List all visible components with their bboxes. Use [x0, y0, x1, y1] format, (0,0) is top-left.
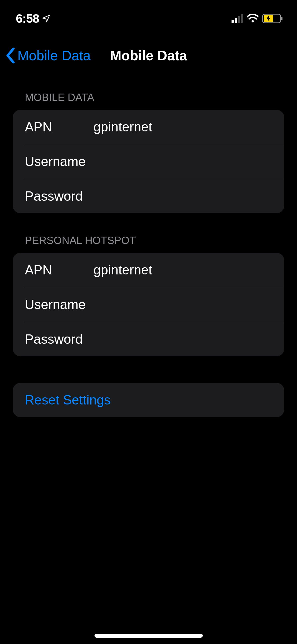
row-ph-username[interactable]: Username: [13, 287, 284, 322]
row-md-username[interactable]: Username: [13, 144, 284, 179]
nav-bar: Mobile Data Mobile Data: [0, 37, 297, 74]
password-field[interactable]: [93, 188, 272, 204]
back-button[interactable]: Mobile Data: [0, 48, 91, 63]
hotspot-username-field[interactable]: [93, 297, 272, 312]
battery-icon: [262, 14, 281, 23]
chevron-left-icon: [6, 48, 16, 63]
label-md-username: Username: [25, 154, 88, 169]
row-ph-password[interactable]: Password: [13, 322, 284, 356]
label-ph-apn: APN: [25, 262, 88, 278]
username-field[interactable]: [93, 154, 272, 169]
section-header-mobile-data: Mobile Data: [13, 74, 284, 110]
location-icon: [42, 14, 51, 23]
charging-bolt-icon: [266, 15, 271, 22]
cellular-signal-icon: [232, 14, 243, 23]
hotspot-apn-field[interactable]: [93, 262, 272, 278]
back-label: Mobile Data: [17, 48, 91, 63]
group-mobile-data: APN Username Password: [13, 110, 284, 213]
status-time: 6:58: [16, 11, 39, 26]
content: Mobile Data APN Username Password Person…: [0, 74, 297, 417]
label-ph-password: Password: [25, 332, 88, 347]
row-md-password[interactable]: Password: [13, 179, 284, 213]
section-header-personal-hotspot: Personal Hotspot: [13, 213, 284, 253]
home-indicator[interactable]: [95, 634, 203, 638]
row-ph-apn[interactable]: APN: [13, 253, 284, 287]
label-md-apn: APN: [25, 119, 88, 135]
svg-point-0: [252, 20, 254, 22]
status-bar: 6:58: [0, 0, 297, 37]
reset-label: Reset Settings: [25, 392, 111, 408]
label-ph-username: Username: [25, 297, 88, 312]
wifi-icon: [247, 14, 258, 23]
reset-settings-button[interactable]: Reset Settings: [13, 383, 284, 417]
page-title: Mobile Data: [110, 48, 187, 63]
row-md-apn[interactable]: APN: [13, 110, 284, 144]
label-md-password: Password: [25, 188, 88, 204]
apn-field[interactable]: [93, 119, 272, 135]
hotspot-password-field[interactable]: [93, 332, 272, 347]
group-personal-hotspot: APN Username Password: [13, 253, 284, 356]
